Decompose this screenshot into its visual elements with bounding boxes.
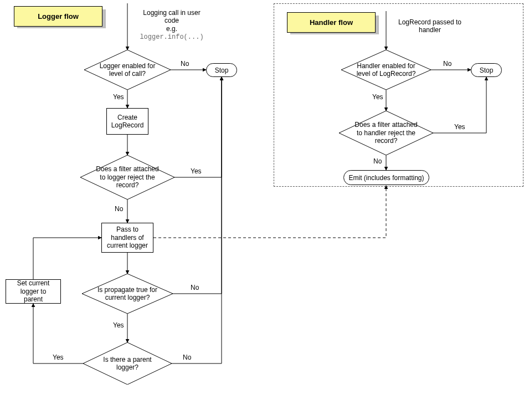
pass-to-handlers-l3: current logger: [107, 242, 148, 249]
pass-to-handlers-box: Pass to handlers of current logger: [101, 223, 153, 253]
label-no-2: No: [115, 205, 123, 213]
decision-propagate-l2: current logger?: [105, 294, 150, 301]
handler-stop-terminal: Stop: [471, 63, 502, 77]
decision-handler-enabled-l1: Handler enabled for: [357, 62, 415, 70]
pass-to-handlers-l1: Pass to: [116, 226, 138, 233]
flowchart-canvas: Logger flow Handler flow Logging call in…: [0, 0, 529, 420]
stop-terminal: Stop: [206, 63, 237, 77]
label-no-1: No: [181, 60, 189, 68]
emit-label: Emit (includes formatting): [348, 174, 424, 182]
decision-propagate: Is propagate true for current logger?: [82, 274, 83, 274]
handler-entry-text: LogRecord passed to handler: [394, 18, 466, 34]
decision-handler-filter-l2: to handler reject the: [357, 129, 415, 137]
stop-label: Stop: [215, 66, 229, 74]
handler-entry-l2: handler: [419, 26, 441, 34]
logger-flow-title: Logger flow: [14, 6, 102, 25]
label-no-3: No: [191, 284, 199, 291]
label-yes-1: Yes: [113, 93, 124, 101]
decision-logger-enabled: Logger enabled for level of call?: [84, 50, 85, 50]
decision-handler-enabled-l2: level of LogRecord?: [357, 70, 416, 78]
logger-entry-text: Logging call in user code e.g. logger.in…: [136, 9, 208, 42]
handler-label-no-1: No: [443, 60, 451, 68]
logger-flow-title-label: Logger flow: [14, 6, 102, 27]
label-yes-2: Yes: [191, 167, 202, 175]
decision-logger-filter-l2: to logger reject the: [100, 173, 155, 181]
decision-logger-filter: Does a filter attached to logger reject …: [80, 155, 81, 156]
logger-entry-code: logger.info(...): [140, 33, 203, 41]
decision-logger-enabled-l1: Logger enabled for: [100, 62, 156, 70]
decision-logger-filter-l3: record?: [116, 181, 139, 189]
decision-handler-filter-l3: record?: [375, 137, 398, 145]
decision-parent-logger-l1: Is there a parent: [103, 356, 151, 363]
label-yes-3: Yes: [113, 321, 124, 329]
create-logrecord-box: Create LogRecord: [106, 108, 148, 135]
handler-label-yes-1: Yes: [372, 93, 383, 101]
handler-label-yes-2: Yes: [454, 123, 465, 131]
set-parent-l2: logger to parent: [20, 288, 47, 303]
handler-entry-l1: LogRecord passed to: [398, 18, 461, 26]
decision-handler-filter: Does a filter attached to handler reject…: [339, 111, 340, 111]
logger-entry-line2: code: [165, 17, 179, 24]
emit-terminal: Emit (includes formatting): [343, 170, 429, 185]
label-no-4: No: [183, 354, 191, 361]
pass-to-handlers-l2: handlers of: [111, 234, 143, 242]
label-yes-4: Yes: [53, 354, 64, 361]
handler-label-no-2: No: [373, 157, 382, 165]
decision-parent-logger: Is there a parent logger?: [83, 342, 84, 343]
decision-logger-filter-l1: Does a filter attached: [96, 165, 158, 173]
set-parent-l1: Set current: [17, 279, 50, 287]
decision-handler-enabled: Handler enabled for level of LogRecord?: [341, 50, 342, 50]
decision-logger-enabled-l2: level of call?: [109, 70, 146, 78]
set-parent-box: Set current logger to parent: [6, 279, 61, 304]
create-logrecord-l2: LogRecord: [111, 121, 144, 129]
logger-entry-line1: Logging call in user: [143, 9, 200, 17]
decision-handler-filter-l1: Does a filter attached: [355, 121, 417, 129]
logger-entry-line3: e.g.: [166, 25, 177, 33]
decision-parent-logger-l2: logger?: [116, 363, 138, 371]
create-logrecord-l1: Create: [117, 114, 137, 121]
handler-stop-label: Stop: [480, 66, 494, 74]
decision-propagate-l1: Is propagate true for: [97, 286, 157, 294]
